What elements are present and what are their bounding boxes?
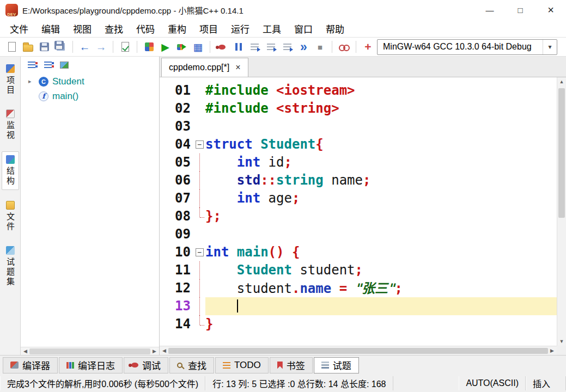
close-tab-icon[interactable]: × — [235, 63, 240, 72]
bottomtab-problem[interactable]: 试题 — [314, 357, 359, 373]
code-line-14[interactable]: 14} — [160, 315, 557, 333]
maximize-button[interactable]: □ — [505, 0, 535, 20]
pause-button[interactable] — [231, 40, 246, 54]
menu-search[interactable]: 查找 — [98, 20, 130, 37]
show-inherited-button[interactable] — [58, 59, 70, 71]
menu-code[interactable]: 代码 — [130, 20, 161, 37]
new-file-button[interactable] — [4, 40, 19, 54]
code-line-12[interactable]: 12 student.name = "张三"; — [160, 279, 557, 297]
back-button[interactable]: ← — [77, 40, 92, 54]
code-line-3[interactable]: 03 — [160, 118, 557, 136]
scroll-right-icon[interactable]: ▶ — [549, 348, 556, 353]
panel-horizontal-scrollbar[interactable]: ◀ ▶ — [21, 347, 159, 355]
code-line-10[interactable]: 10−int main() { — [160, 243, 557, 261]
compile-button[interactable] — [142, 40, 156, 54]
code-line-11[interactable]: 11 Student student; — [160, 261, 557, 279]
minimize-button[interactable]: — — [474, 0, 505, 20]
menu-refactor[interactable]: 重构 — [161, 20, 193, 37]
menu-tools[interactable]: 工具 — [256, 20, 288, 37]
editor-horizontal-scrollbar[interactable]: ◀ ▶ — [160, 346, 557, 355]
menu-project[interactable]: 项目 — [193, 20, 224, 37]
scrollbar-thumb[interactable] — [29, 348, 150, 354]
editor-area: cppdemo.cpp[*] × 01#include <iostream>02… — [160, 57, 566, 355]
bottomtab-todo[interactable]: TODO — [215, 357, 269, 373]
sidebar-tab-structure[interactable]: 结构 — [2, 151, 19, 190]
fold-collapse-icon[interactable]: − — [196, 140, 204, 149]
scroll-right-icon[interactable]: ▶ — [151, 348, 158, 354]
new-problem-button[interactable]: + — [361, 40, 375, 54]
fold-margin[interactable]: − — [194, 136, 205, 154]
bottomtab-search[interactable]: 查找 — [169, 357, 214, 373]
sidebar-tab-watch[interactable]: 监视 — [2, 106, 19, 144]
run-button[interactable]: ▶ — [158, 40, 173, 54]
code-line-13[interactable]: 13 — [160, 297, 557, 315]
code-line-5[interactable]: 05 int id; — [160, 154, 557, 171]
menu-help[interactable]: 帮助 — [319, 20, 351, 37]
bottomtab-compile-log[interactable]: 编译日志 — [59, 357, 123, 373]
menu-run[interactable]: 运行 — [224, 20, 256, 37]
code-line-2[interactable]: 02#include <string> — [160, 100, 557, 118]
editor-tab-cppdemo[interactable]: cppdemo.cpp[*] × — [161, 58, 248, 77]
bottomtab-compiler[interactable]: 编译器 — [3, 357, 58, 373]
editor-vertical-scrollbar[interactable]: ▲ ▼ — [557, 77, 566, 346]
scroll-left-icon[interactable]: ◀ — [161, 348, 168, 353]
menu-file[interactable]: 文件 — [3, 20, 35, 37]
sort-by-type-button[interactable] — [25, 59, 38, 71]
code-text: int age; — [205, 189, 557, 207]
scrollbar-thumb[interactable] — [558, 88, 565, 218]
scrollbar-thumb[interactable] — [168, 348, 548, 354]
fold-guide-line — [199, 297, 200, 315]
sidebar-tab-problem-set[interactable]: 试题集 — [2, 243, 19, 290]
problem-set-icon — [6, 246, 15, 255]
menu-view[interactable]: 视图 — [66, 20, 98, 37]
debug-bug-icon — [218, 45, 226, 50]
compiler-set-select[interactable]: MinGW-w64 GCC 10.3.0 64-bit Debug ▾ — [377, 39, 557, 55]
save-all-button[interactable] — [53, 40, 68, 54]
save-button[interactable] — [37, 40, 52, 54]
syntax-check-button[interactable] — [118, 40, 132, 54]
line-number: 01 — [160, 82, 194, 100]
step-into-button[interactable] — [264, 40, 278, 54]
scroll-down-icon[interactable]: ▼ — [557, 337, 566, 346]
open-file-button[interactable] — [21, 40, 35, 54]
tree-item-main[interactable]: f main() — [21, 89, 159, 103]
bottomtab-bookmarks[interactable]: 书签 — [270, 357, 313, 373]
scroll-up-icon[interactable]: ▲ — [557, 77, 566, 86]
continue-button[interactable]: » — [296, 40, 311, 54]
status-insert-mode: 插入 — [526, 376, 566, 390]
menu-window[interactable]: 窗口 — [288, 20, 319, 37]
step-over-button[interactable] — [247, 40, 262, 54]
compile-run-button[interactable] — [174, 40, 189, 54]
stop-button[interactable]: ■ — [313, 40, 327, 54]
line-number: 13 — [160, 297, 194, 315]
forward-button[interactable]: → — [94, 40, 108, 54]
close-button[interactable]: × — [535, 0, 566, 20]
fold-collapse-icon[interactable]: − — [196, 248, 204, 256]
code-line-7[interactable]: 07 int age; — [160, 189, 557, 207]
menu-edit[interactable]: 编辑 — [35, 20, 66, 37]
debug-button[interactable] — [215, 40, 229, 54]
app-logo-icon: DEV — [5, 4, 18, 16]
sidebar-tab-project[interactable]: 项目 — [2, 61, 19, 99]
code-line-6[interactable]: 06 std::string name; — [160, 171, 557, 189]
sort-alphabetically-button[interactable] — [41, 59, 54, 71]
line-number: 06 — [160, 171, 194, 189]
fold-margin[interactable]: − — [194, 243, 205, 261]
code-editor[interactable]: 01#include <iostream>02#include <string>… — [160, 77, 557, 346]
status-cursor-info: 行: 13 列: 5 已选择 :0 总行数: 14 总长度: 168 — [205, 376, 393, 390]
code-line-4[interactable]: 04−struct Student{ — [160, 136, 557, 154]
watch-button[interactable] — [337, 40, 351, 54]
rebuild-button[interactable]: ▦ — [191, 40, 205, 54]
step-out-button[interactable] — [280, 40, 295, 54]
bottomtab-label: 编译日志 — [78, 358, 115, 372]
bottomtab-debug[interactable]: 调试 — [124, 357, 168, 373]
tree-item-student[interactable]: ▸ C Student — [21, 74, 159, 89]
scroll-left-icon[interactable]: ◀ — [22, 348, 29, 354]
code-line-9[interactable]: 09 — [160, 225, 557, 243]
code-line-8[interactable]: 08}; — [160, 207, 557, 225]
editor-tabbar: cppdemo.cpp[*] × — [160, 57, 566, 77]
sidebar-tab-files[interactable]: 文件 — [2, 198, 19, 235]
code-line-1[interactable]: 01#include <iostream> — [160, 82, 557, 100]
new-file-icon — [8, 42, 16, 52]
expander-icon[interactable]: ▸ — [28, 78, 35, 85]
